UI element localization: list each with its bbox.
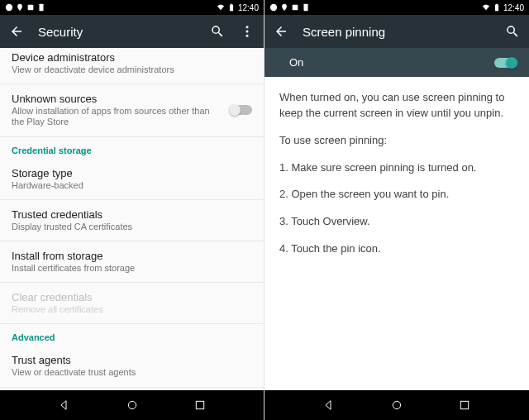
navigation-bar [264, 390, 529, 420]
pinning-step-3: 3. Touch Overview. [279, 214, 514, 230]
row-title: Trust agents [12, 354, 252, 366]
row-title: Unknown sources [12, 93, 222, 105]
row-subtitle: Display trusted CA certificates [12, 222, 252, 232]
svg-point-6 [128, 401, 136, 408]
svg-point-3 [246, 26, 249, 28]
appbar-title: Security [38, 25, 196, 39]
clock-text: 12:40 [503, 3, 524, 12]
app-bar: Security [0, 15, 264, 48]
svg-rect-9 [293, 5, 298, 11]
location-icon [280, 3, 288, 12]
search-button[interactable] [209, 23, 226, 40]
status-icon [291, 3, 299, 12]
svg-point-4 [246, 31, 249, 33]
section-header-advanced: Advanced [0, 324, 264, 346]
svg-point-8 [270, 4, 277, 11]
row-subtitle: Remove all certificates [12, 304, 252, 315]
install-from-storage-row[interactable]: Install from storage Install certificate… [0, 241, 264, 283]
app-bar: Screen pinning [264, 15, 529, 48]
status-bar: 12:40 [0, 0, 264, 15]
status-bar: 12:40 [264, 0, 529, 15]
search-button[interactable] [504, 23, 521, 40]
nav-overview-button[interactable] [457, 398, 472, 413]
back-button[interactable] [273, 23, 289, 40]
row-title: Trusted credentials [12, 208, 252, 221]
row-title: Clear credentials [12, 291, 252, 303]
pinning-step-1: 1. Make sure screen pinning is turned on… [279, 160, 514, 176]
svg-point-5 [246, 35, 249, 37]
nav-overview-button[interactable] [193, 398, 207, 413]
nav-back-button[interactable] [322, 398, 336, 413]
nav-home-button[interactable] [389, 398, 404, 413]
debug-icon [269, 3, 278, 12]
unknown-sources-toggle[interactable] [229, 105, 252, 115]
svg-rect-1 [28, 5, 34, 11]
trusted-credentials-row[interactable]: Trusted credentials Display trusted CA c… [0, 200, 264, 241]
section-header-credential-storage: Credential storage [0, 137, 264, 159]
battery-icon [493, 3, 501, 12]
svg-point-0 [6, 4, 12, 11]
pinning-instructions-header: To use screen pinning: [279, 133, 514, 149]
appbar-title: Screen pinning [303, 25, 491, 39]
pinning-step-4: 4. Touch the pin icon. [279, 241, 514, 257]
row-subtitle: View or deactivate device administrators [12, 64, 252, 75]
status-icon [302, 3, 310, 12]
svg-rect-2 [40, 4, 44, 11]
nav-home-button[interactable] [125, 398, 140, 413]
security-settings-screen: 12:40 Security Device administrators Vie… [0, 0, 264, 420]
row-subtitle: Allow installation of apps from sources … [12, 106, 222, 127]
battery-icon [227, 3, 236, 12]
overflow-menu-button[interactable] [239, 23, 255, 40]
wifi-icon [217, 3, 225, 12]
svg-rect-7 [196, 401, 203, 408]
row-subtitle: View or deactivate trust agents [12, 367, 252, 378]
row-subtitle: Install certificates from storage [12, 263, 252, 274]
clock-text: 12:40 [238, 3, 259, 12]
status-icon [26, 3, 35, 12]
screen-pinning-content: When turned on, you can use screen pinni… [264, 77, 529, 390]
navigation-bar [0, 390, 264, 420]
settings-list: Device administrators View or deactivate… [0, 48, 264, 390]
trust-agents-row[interactable]: Trust agents View or deactivate trust ag… [0, 346, 264, 387]
svg-point-11 [393, 401, 400, 408]
debug-icon [5, 3, 13, 12]
screen-pinning-toggle-row[interactable]: On [264, 48, 529, 77]
storage-type-row[interactable]: Storage type Hardware-backed [0, 159, 264, 200]
pinning-description: When turned on, you can use screen pinni… [279, 90, 514, 122]
row-title: Storage type [12, 167, 252, 179]
screen-pinning-toggle[interactable] [494, 58, 517, 68]
svg-rect-10 [304, 4, 308, 11]
wifi-icon [482, 3, 490, 12]
nav-back-button[interactable] [57, 398, 72, 413]
toggle-label: On [289, 56, 488, 69]
status-icon [37, 3, 45, 12]
pinning-step-2: 2. Open the screen you want to pin. [279, 187, 514, 203]
location-icon [16, 3, 24, 12]
screen-pinning-screen: 12:40 Screen pinning On When turned on, … [264, 0, 529, 420]
device-administrators-row[interactable]: Device administrators View or deactivate… [0, 48, 264, 84]
clear-credentials-row: Clear credentials Remove all certificate… [0, 283, 264, 324]
row-subtitle: Hardware-backed [12, 180, 252, 191]
svg-rect-12 [460, 401, 468, 408]
unknown-sources-row[interactable]: Unknown sources Allow installation of ap… [0, 84, 264, 136]
row-title: Device administrators [12, 51, 252, 64]
row-title: Install from storage [12, 250, 252, 262]
back-button[interactable] [8, 23, 25, 40]
